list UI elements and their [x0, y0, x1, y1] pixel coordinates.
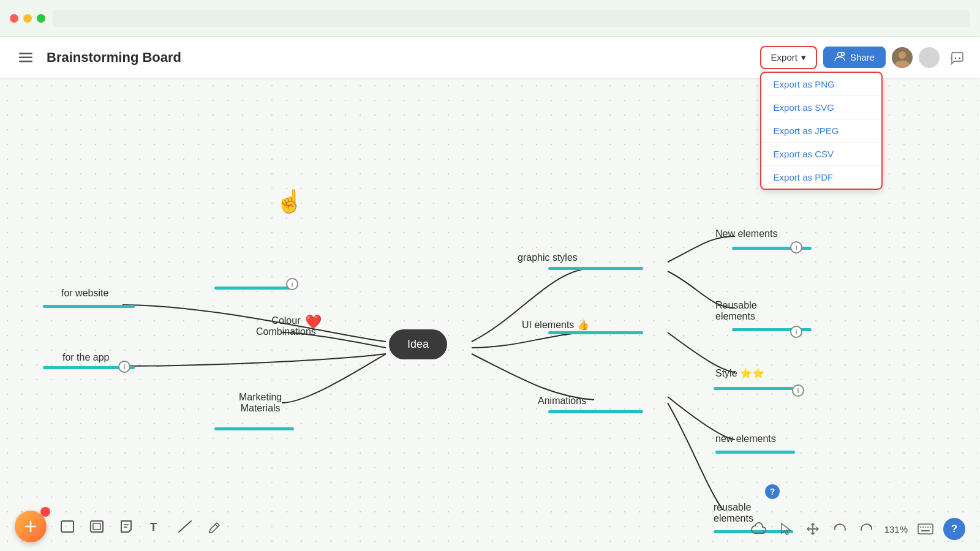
redo-icon[interactable]: [858, 520, 876, 538]
export-csv[interactable]: Export as CSV: [761, 143, 881, 166]
dot-green[interactable]: [37, 14, 45, 23]
label-app: for the app: [62, 352, 110, 363]
label-marketing: Marketing Materials: [239, 392, 282, 414]
info-badge-reusable[interactable]: i: [790, 326, 802, 338]
toolbar-right: Export ▾ Export as PNG Export as SVG Exp…: [760, 46, 965, 69]
label-uielements: UI elements 👍: [522, 319, 589, 331]
teal-bar-uielements: [548, 331, 643, 334]
export-dropdown: Export as PNG Export as SVG Export as JP…: [760, 72, 883, 190]
teal-bar-newelements2: [715, 451, 795, 454]
title-bar: [0, 0, 980, 37]
svg-rect-19: [918, 524, 933, 534]
export-label: Export: [771, 52, 797, 62]
svg-point-6: [899, 51, 906, 59]
share-icon: [834, 51, 845, 63]
user-avatar-2[interactable]: [919, 47, 940, 68]
main-toolbar: Brainstorming Board Export ▾ Export as P…: [0, 37, 980, 78]
export-jpeg[interactable]: Export as JPEG: [761, 119, 881, 143]
export-svg[interactable]: Export as SVG: [761, 96, 881, 119]
cloud-icon[interactable]: [750, 520, 768, 538]
teal-bar-colour: [214, 287, 294, 290]
help-button[interactable]: ?: [943, 518, 965, 540]
svg-rect-0: [19, 53, 32, 54]
export-png[interactable]: Export as PNG: [761, 73, 881, 96]
svg-line-16: [215, 524, 218, 527]
question-badge[interactable]: ?: [765, 484, 780, 499]
svg-rect-11: [93, 523, 100, 530]
label-style: Style ⭐⭐: [715, 367, 764, 379]
window-dots: [10, 14, 45, 23]
svg-rect-9: [61, 521, 74, 532]
share-button[interactable]: Share: [823, 47, 886, 68]
note-tool[interactable]: [118, 518, 135, 535]
line-tool[interactable]: [176, 518, 194, 535]
heart-emoji: ❤️: [305, 314, 322, 330]
label-newelements2: new elements: [715, 433, 776, 444]
teal-bar-website: [43, 305, 135, 308]
text-tool[interactable]: T: [147, 518, 164, 535]
menu-button[interactable]: [15, 47, 37, 69]
keyboard-icon[interactable]: [916, 520, 935, 538]
board-title: Brainstorming Board: [47, 50, 181, 66]
svg-rect-10: [91, 521, 103, 532]
label-reusable: Reusable elements: [715, 300, 757, 322]
export-button[interactable]: Export ▾: [760, 46, 817, 69]
label-animations: Animations: [538, 395, 586, 407]
svg-point-4: [841, 53, 844, 56]
label-website: for website: [61, 288, 108, 299]
export-chevron: ▾: [801, 52, 806, 63]
export-pdf[interactable]: Export as PDF: [761, 166, 881, 189]
center-node[interactable]: Idea: [389, 329, 447, 359]
frame-tool[interactable]: [88, 518, 105, 535]
label-graphicstyles: graphic styles: [518, 252, 578, 263]
zoom-level: 131%: [884, 524, 908, 534]
move-icon[interactable]: [804, 520, 822, 538]
info-badge-colour-top[interactable]: i: [286, 278, 298, 290]
chat-button[interactable]: [946, 47, 968, 69]
highlight-tool[interactable]: [206, 518, 223, 535]
info-badge-style[interactable]: i: [792, 384, 804, 397]
add-button[interactable]: [15, 511, 47, 542]
share-label: Share: [850, 52, 875, 62]
label-newelements: New elements: [715, 228, 777, 239]
teal-bar-style: [714, 387, 793, 390]
dot-yellow[interactable]: [23, 14, 32, 23]
user-avatar[interactable]: [892, 47, 913, 68]
svg-text:T: T: [150, 521, 157, 533]
svg-line-15: [179, 521, 191, 532]
info-badge-app[interactable]: i: [118, 361, 130, 373]
teal-bar-graphicstyles: [548, 267, 643, 270]
svg-rect-2: [19, 61, 32, 62]
undo-icon[interactable]: [831, 520, 849, 538]
address-bar[interactable]: [53, 10, 970, 27]
info-badge-newelements[interactable]: i: [790, 241, 802, 253]
bottom-right-controls: 131% ?: [750, 518, 965, 540]
export-wrapper: Export ▾ Export as PNG Export as SVG Exp…: [760, 46, 817, 69]
dot-red[interactable]: [10, 14, 18, 23]
svg-rect-1: [19, 56, 32, 58]
cursor-icon[interactable]: [777, 520, 795, 538]
teal-bar-animations: [548, 410, 643, 413]
teal-bar-marketing: [214, 427, 294, 430]
rectangle-tool[interactable]: [59, 518, 76, 535]
tool-icons: T: [59, 518, 223, 535]
